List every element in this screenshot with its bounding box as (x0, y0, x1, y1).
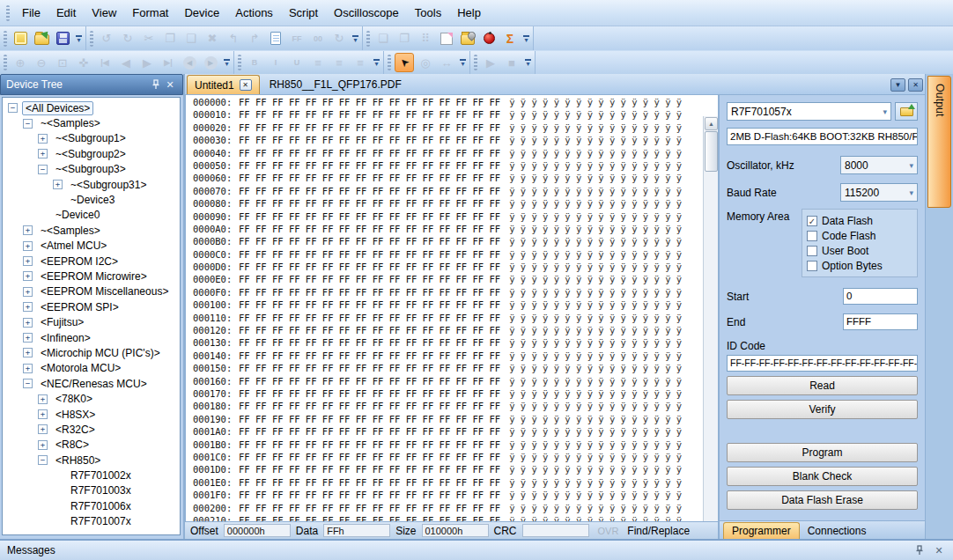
hex-row[interactable]: 000080:FF FF FF FF FF FF FF FF FF FF FF … (193, 198, 703, 210)
hex-editor[interactable]: 000000:FF FF FF FF FF FF FF FF FF FF FF … (185, 95, 718, 521)
toolbar-overflow-icon[interactable]: ▾ (372, 53, 381, 72)
menu-item-oscilloscope[interactable]: Oscilloscope (326, 4, 407, 22)
toolbar-overflow-icon[interactable]: ▾ (521, 29, 531, 48)
hex-row[interactable]: 000210:FF FF FF FF FF FF FF FF FF FF FF … (193, 515, 703, 521)
open-file-button[interactable] (32, 29, 51, 48)
hex-row[interactable]: 000180:FF FF FF FF FF FF FF FF FF FF FF … (193, 401, 703, 413)
sigma-button[interactable]: Σ (500, 29, 520, 48)
toolbar-grip-icon[interactable] (474, 55, 477, 70)
note-sheet-button[interactable] (437, 29, 456, 48)
checksum-doc-button[interactable] (266, 29, 285, 48)
tree-item-nec-renesas-mcu[interactable]: −<NEC/Renesas MCU> (3, 376, 180, 391)
size-input[interactable]: 010000h (422, 524, 489, 537)
hex-row[interactable]: 000120:FF FF FF FF FF FF FF FF FF FF FF … (193, 325, 703, 337)
tree-item-subgroup3[interactable]: −~<Subgroup3> (3, 162, 180, 177)
hex-row[interactable]: 000090:FF FF FF FF FF FF FF FF FF FF FF … (193, 211, 703, 224)
code-flash-checkbox[interactable] (807, 231, 817, 241)
start-input[interactable]: 0 (843, 288, 918, 305)
crc-input[interactable] (522, 524, 589, 537)
hex-row[interactable]: 0001A0:FF FF FF FF FF FF FF FF FF FF FF … (193, 426, 703, 438)
baud-rate-select[interactable]: 115200 ▾ (840, 183, 918, 202)
new-file-button[interactable] (11, 29, 30, 48)
toolbar-overflow-icon[interactable]: ▾ (351, 29, 360, 48)
tree-item-samples[interactable]: +~<Samples> (3, 223, 180, 238)
tab-connections[interactable]: Connections (800, 522, 875, 539)
oscillator-select[interactable]: 8000 ▾ (840, 156, 918, 174)
toolbar-grip-icon[interactable] (4, 31, 7, 47)
close-icon[interactable]: ✕ (163, 78, 177, 91)
hex-row[interactable]: 000040:FF FF FF FF FF FF FF FF FF FF FF … (193, 148, 703, 160)
offset-input[interactable]: 000000h (224, 524, 291, 537)
collapse-icon[interactable]: − (23, 379, 33, 388)
hex-row[interactable]: 0001C0:FF FF FF FF FF FF FF FF FF FF FF … (193, 452, 703, 464)
expand-icon[interactable]: + (23, 241, 33, 251)
toolbar-grip-icon[interactable] (238, 55, 241, 70)
tree-item-fujitsu[interactable]: +<Fujitsu> (3, 314, 180, 329)
tree-item-infineon[interactable]: +<Infineon> (3, 330, 180, 345)
menu-item-tools[interactable]: Tools (407, 4, 449, 22)
hex-row[interactable]: 0000F0:FF FF FF FF FF FF FF FF FF FF FF … (193, 287, 703, 299)
expand-icon[interactable]: + (38, 394, 48, 404)
tree-item-device3[interactable]: ~Device3 (3, 192, 180, 207)
toolbar-grip-icon[interactable] (366, 31, 370, 47)
tree-item-motorola-mcu[interactable]: +<Motorola MCU> (3, 361, 180, 376)
expand-icon[interactable]: + (38, 440, 48, 450)
hex-scrollbar[interactable]: ▲ ▼ (703, 116, 718, 521)
hex-row[interactable]: 000160:FF FF FF FF FF FF FF FF FF FF FF … (193, 376, 703, 388)
scroll-up-icon[interactable]: ▲ (705, 117, 718, 130)
hex-row[interactable]: 000150:FF FF FF FF FF FF FF FF FF FF FF … (193, 363, 703, 375)
expand-icon[interactable]: + (23, 287, 33, 297)
user-boot-checkbox[interactable] (807, 246, 817, 256)
toolbar-grip-icon[interactable] (4, 55, 7, 70)
expand-icon[interactable]: + (38, 409, 48, 419)
blank-check-button[interactable]: Blank Check (727, 467, 918, 486)
expand-icon[interactable]: + (23, 256, 33, 266)
toolbar-overflow-icon[interactable]: ▾ (523, 53, 533, 72)
toolbar-overflow-icon[interactable]: ▾ (74, 29, 84, 48)
tree-item-r7f701002x[interactable]: R7F701002x (3, 468, 180, 483)
hex-row[interactable]: 000020:FF FF FF FF FF FF FF FF FF FF FF … (193, 122, 703, 135)
tools-folder-button[interactable] (458, 29, 477, 48)
scrollbar-thumb[interactable] (705, 131, 718, 172)
tree-item-r7f701007x[interactable]: R7F701007x (3, 514, 180, 529)
tab-output[interactable]: Output (927, 76, 951, 208)
find-replace-button[interactable]: Find/Replace (627, 525, 690, 537)
tree-item-rh850[interactable]: −<RH850> (3, 453, 180, 468)
data-input[interactable]: FFh (323, 524, 390, 537)
menu-item-help[interactable]: Help (449, 4, 489, 22)
toolbar-grip-icon[interactable] (90, 31, 93, 47)
tree-item-subgroup2[interactable]: +~<Subgroup2> (3, 146, 180, 161)
hex-row[interactable]: 000130:FF FF FF FF FF FF FF FF FF FF FF … (193, 337, 703, 350)
hex-row[interactable]: 0000A0:FF FF FF FF FF FF FF FF FF FF FF … (193, 224, 703, 236)
expand-icon[interactable]: + (23, 348, 33, 357)
tree-item-eeprom-microwire[interactable]: +<EEPROM Microwire> (3, 269, 180, 284)
tree-item-r32c[interactable]: +<R32C> (3, 422, 180, 437)
toolbar-grip-icon[interactable] (6, 5, 10, 21)
tab-close-icon[interactable]: ✕ (240, 79, 252, 91)
expand-icon[interactable]: + (23, 225, 33, 235)
expand-icon[interactable]: + (23, 364, 33, 373)
collapse-icon[interactable]: − (23, 119, 33, 129)
hex-row[interactable]: 0000B0:FF FF FF FF FF FF FF FF FF FF FF … (193, 236, 703, 248)
hex-row[interactable]: 000000:FF FF FF FF FF FF FF FF FF FF FF … (193, 97, 703, 109)
hex-row[interactable]: 000170:FF FF FF FF FF FF FF FF FF FF FF … (193, 388, 703, 401)
tree-item-h8sx[interactable]: +<H8SX> (3, 407, 180, 422)
expand-icon[interactable]: + (38, 149, 48, 158)
tab-untited1[interactable]: Untited1✕ (187, 75, 260, 94)
expand-icon[interactable]: + (23, 302, 33, 312)
tree-item-r8c[interactable]: +<R8C> (3, 438, 180, 453)
tree-item-eeprom-i2c[interactable]: +<EEPROM I2C> (3, 254, 180, 269)
menu-item-actions[interactable]: Actions (227, 4, 281, 22)
hex-row[interactable]: 000050:FF FF FF FF FF FF FF FF FF FF FF … (193, 160, 703, 173)
end-input[interactable]: FFFF (843, 313, 918, 330)
hex-row[interactable]: 0000C0:FF FF FF FF FF FF FF FF FF FF FF … (193, 249, 703, 262)
toolbar-overflow-icon[interactable]: ▾ (458, 53, 468, 72)
tree-item-subgroup31[interactable]: +~<Subgroup31> (3, 177, 180, 192)
tree-item-eeprom-miscellaneous[interactable]: +<EEPROM Miscellaneous> (3, 284, 180, 299)
tree-item-microchip-mcu-pic-s[interactable]: +<Microchip MCU (PIC's)> (3, 345, 180, 360)
menu-item-format[interactable]: Format (124, 4, 176, 22)
menu-item-edit[interactable]: Edit (48, 4, 84, 22)
expand-icon[interactable]: + (23, 333, 33, 343)
hex-row[interactable]: 000140:FF FF FF FF FF FF FF FF FF FF FF … (193, 350, 703, 363)
data-flash-erase-button[interactable]: Data Flash Erase (727, 490, 918, 510)
